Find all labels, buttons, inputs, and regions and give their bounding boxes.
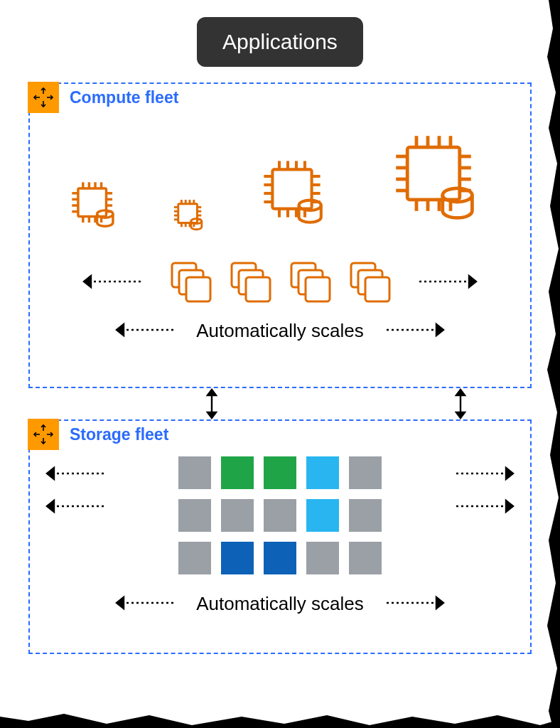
svg-marker-117 (436, 597, 443, 609)
svg-marker-97 (208, 390, 216, 395)
auto-scale-icon (28, 82, 59, 113)
storage-auto-scale-label: Automatically scales (196, 593, 364, 615)
storage-fleet-box: Storage fleet Automatically scales (28, 419, 532, 654)
svg-rect-86 (306, 277, 330, 301)
svg-rect-4 (77, 188, 106, 217)
storage-block (306, 499, 339, 532)
arrow-left-icon (80, 273, 144, 293)
storage-block (221, 456, 254, 489)
svg-marker-101 (456, 412, 465, 418)
storage-grid (43, 456, 517, 574)
compute-instance-row (43, 118, 517, 239)
svg-rect-22 (178, 204, 197, 223)
compute-fleet-box: Compute fleet (28, 82, 532, 388)
double-arrow-vertical-icon (203, 388, 220, 422)
storage-block (178, 499, 211, 532)
arrow-right-icon (453, 465, 517, 485)
svg-rect-40 (272, 169, 311, 208)
storage-block (349, 456, 382, 489)
svg-marker-98 (208, 412, 216, 418)
svg-marker-115 (117, 597, 124, 609)
svg-rect-80 (186, 277, 210, 301)
arrow-right-icon (453, 498, 517, 518)
storage-auto-scale-row: Automatically scales (43, 593, 517, 615)
arrow-right-icon (384, 594, 448, 614)
storage-block (221, 499, 254, 532)
svg-marker-91 (469, 276, 476, 287)
arrow-left-icon (43, 498, 107, 518)
container-group-icon (168, 259, 213, 307)
svg-marker-77 (84, 276, 91, 287)
storage-block (306, 542, 339, 574)
compute-container-row (43, 259, 517, 307)
container-group-icon (287, 259, 333, 307)
storage-right-arrows (453, 465, 517, 518)
compute-instance-icon (382, 122, 496, 239)
storage-block (264, 499, 296, 532)
storage-block (264, 542, 296, 574)
auto-scale-icon (28, 419, 59, 450)
arrow-right-icon (416, 273, 480, 293)
svg-marker-107 (47, 468, 54, 479)
compute-instance-icon (169, 195, 210, 239)
storage-fleet-title: Storage fleet (70, 425, 168, 444)
svg-rect-83 (246, 277, 270, 301)
svg-rect-89 (365, 277, 389, 301)
svg-marker-113 (506, 500, 513, 512)
storage-block (178, 456, 211, 489)
applications-badge: Applications (197, 17, 363, 67)
storage-left-arrows (43, 465, 107, 518)
storage-block (306, 456, 339, 489)
double-arrow-vertical-icon (452, 388, 469, 422)
compute-auto-scale-label: Automatically scales (196, 320, 364, 342)
storage-block (264, 456, 296, 489)
svg-marker-95 (436, 324, 443, 336)
storage-block (349, 499, 382, 532)
compute-instance-icon (254, 151, 339, 239)
arrow-left-icon (112, 321, 176, 341)
svg-marker-111 (506, 468, 513, 479)
svg-rect-58 (407, 147, 460, 200)
storage-block (178, 542, 211, 574)
compute-instance-icon (65, 175, 126, 239)
svg-marker-93 (117, 324, 124, 336)
storage-block (349, 542, 382, 574)
applications-label: Applications (222, 30, 338, 53)
compute-fleet-title: Compute fleet (70, 88, 178, 107)
arrow-left-icon (112, 594, 176, 614)
compute-auto-scale-row: Automatically scales (43, 320, 517, 342)
container-group-icon (227, 259, 273, 307)
svg-marker-109 (47, 500, 54, 512)
container-group-icon (347, 259, 392, 307)
diagram-canvas: Applications Compute fleet (0, 0, 560, 711)
arrow-left-icon (43, 465, 107, 485)
svg-marker-100 (456, 390, 465, 395)
arrow-right-icon (384, 321, 448, 341)
storage-block (221, 542, 254, 574)
fleet-connector-row (28, 388, 532, 419)
